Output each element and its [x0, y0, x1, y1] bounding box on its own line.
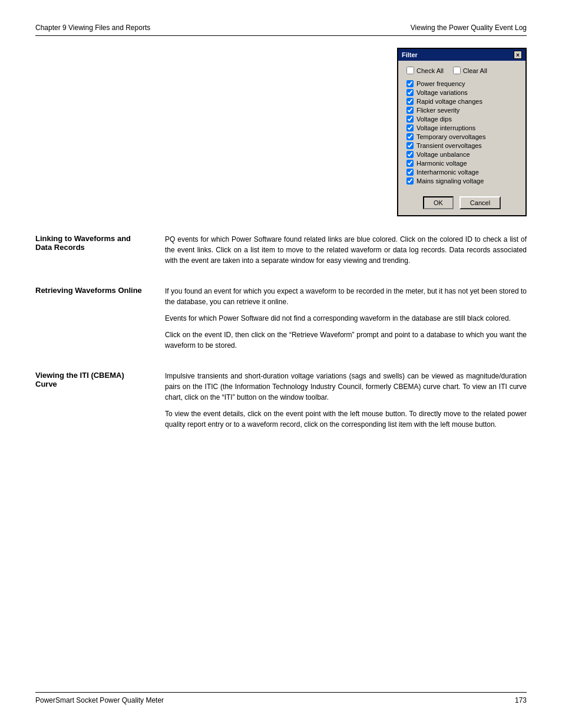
- section-linking-heading: Linking to Waveforms and Data Records: [35, 234, 147, 252]
- check-all-checkbox[interactable]: [406, 67, 414, 74]
- filter-checkbox-item: Flicker severity: [406, 107, 517, 114]
- filter-checkbox-9[interactable]: [406, 160, 414, 167]
- section-retrieving-heading-col: Retrieving Waveforms Online: [35, 286, 147, 357]
- dialog-titlebar: Filter ×: [398, 49, 525, 61]
- main-content: Filter × Check All Clear All: [35, 48, 527, 692]
- clear-all-item[interactable]: Clear All: [453, 67, 487, 74]
- filter-label-7: Transient overvoltages: [416, 142, 482, 149]
- dialog-buttons: OK Cancel: [406, 192, 517, 209]
- section-viewing-iti-heading: Viewing the ITI (CBEMA) Curve: [35, 371, 147, 388]
- filter-checkbox-item: Voltage interruptions: [406, 124, 517, 131]
- filter-dialog: Filter × Check All Clear All: [397, 48, 527, 216]
- filter-label-8: Voltage unbalance: [416, 151, 470, 158]
- section-viewing-iti-content: Impulsive transients and short-duration …: [165, 371, 527, 436]
- filter-checkbox-8[interactable]: [406, 151, 414, 158]
- filter-checkbox-item: Mains signaling voltage: [406, 177, 517, 185]
- page: Chapter 9 Viewing Files and Reports View…: [0, 0, 562, 728]
- filter-checkbox-item: Power frequency: [406, 80, 517, 87]
- section-retrieving: Retrieving Waveforms OnlineIf you found …: [35, 286, 527, 357]
- page-footer: PowerSmart Socket Power Quality Meter 17…: [35, 692, 527, 704]
- filter-label-0: Power frequency: [416, 80, 465, 87]
- filter-checkbox-item: Transient overvoltages: [406, 142, 517, 149]
- filter-checkbox-item: Interharmonic voltage: [406, 169, 517, 176]
- filter-checkbox-5[interactable]: [406, 124, 414, 131]
- section-retrieving-content: If you found an event for which you expe…: [165, 286, 527, 357]
- filter-label-6: Temporary overvoltages: [416, 133, 485, 140]
- filter-label-5: Voltage interruptions: [416, 124, 475, 131]
- filter-label-11: Mains signaling voltage: [416, 177, 484, 185]
- section-linking-heading-col: Linking to Waveforms and Data Records: [35, 234, 147, 272]
- ok-button[interactable]: OK: [423, 196, 454, 209]
- filter-label-1: Voltage variations: [416, 89, 468, 96]
- section-retrieving-para-0: If you found an event for which you expe…: [165, 286, 527, 307]
- filter-checkbox-11[interactable]: [406, 177, 414, 185]
- check-all-label: Check All: [416, 67, 444, 74]
- clear-all-label: Clear All: [463, 67, 487, 74]
- filter-checkboxes: Power frequencyVoltage variationsRapid v…: [406, 80, 517, 185]
- section-linking-content: PQ events for which Power Software found…: [165, 234, 527, 272]
- dialog-title: Filter: [402, 51, 418, 58]
- dialog-close-button[interactable]: ×: [514, 51, 522, 59]
- check-all-item[interactable]: Check All: [406, 67, 444, 74]
- filter-checkbox-item: Voltage unbalance: [406, 151, 517, 158]
- check-all-row: Check All Clear All: [406, 67, 517, 74]
- header-right: Viewing the Power Quality Event Log: [411, 24, 527, 32]
- cancel-button[interactable]: Cancel: [459, 196, 501, 209]
- section-viewing-iti-para-1: To view the event details, click on the …: [165, 409, 527, 430]
- filter-checkbox-0[interactable]: [406, 80, 414, 87]
- filter-label-10: Interharmonic voltage: [416, 169, 479, 176]
- section-viewing-iti: Viewing the ITI (CBEMA) CurveImpulsive t…: [35, 371, 527, 436]
- filter-checkbox-item: Voltage dips: [406, 116, 517, 123]
- section-linking: Linking to Waveforms and Data RecordsPQ …: [35, 234, 527, 272]
- clear-all-checkbox[interactable]: [453, 67, 461, 74]
- footer-right: 173: [515, 696, 527, 704]
- filter-checkbox-item: Voltage variations: [406, 89, 517, 96]
- filter-checkbox-1[interactable]: [406, 89, 414, 96]
- dialog-area: Filter × Check All Clear All: [35, 48, 527, 216]
- dialog-body: Check All Clear All Power frequencyVolta…: [398, 61, 525, 215]
- filter-checkbox-item: Harmonic voltage: [406, 160, 517, 167]
- filter-checkbox-4[interactable]: [406, 116, 414, 123]
- sections-container: Linking to Waveforms and Data RecordsPQ …: [35, 234, 527, 450]
- section-retrieving-para-2: Click on the event ID, then click on the…: [165, 330, 527, 351]
- filter-checkbox-6[interactable]: [406, 133, 414, 140]
- header-left: Chapter 9 Viewing Files and Reports: [35, 24, 150, 32]
- page-header: Chapter 9 Viewing Files and Reports View…: [35, 24, 527, 36]
- section-retrieving-para-1: Events for which Power Software did not …: [165, 313, 527, 324]
- section-viewing-iti-heading-col: Viewing the ITI (CBEMA) Curve: [35, 371, 147, 436]
- section-linking-para-0: PQ events for which Power Software found…: [165, 234, 527, 266]
- filter-label-3: Flicker severity: [416, 107, 459, 114]
- section-retrieving-heading: Retrieving Waveforms Online: [35, 286, 147, 295]
- filter-label-4: Voltage dips: [416, 116, 452, 123]
- footer-left: PowerSmart Socket Power Quality Meter: [35, 696, 164, 704]
- filter-checkbox-item: Rapid voltage changes: [406, 98, 517, 105]
- filter-label-9: Harmonic voltage: [416, 160, 467, 167]
- filter-checkbox-10[interactable]: [406, 169, 414, 176]
- filter-checkbox-7[interactable]: [406, 142, 414, 149]
- filter-label-2: Rapid voltage changes: [416, 98, 482, 105]
- filter-checkbox-2[interactable]: [406, 98, 414, 105]
- filter-checkbox-item: Temporary overvoltages: [406, 133, 517, 140]
- section-viewing-iti-para-0: Impulsive transients and short-duration …: [165, 371, 527, 403]
- filter-checkbox-3[interactable]: [406, 107, 414, 114]
